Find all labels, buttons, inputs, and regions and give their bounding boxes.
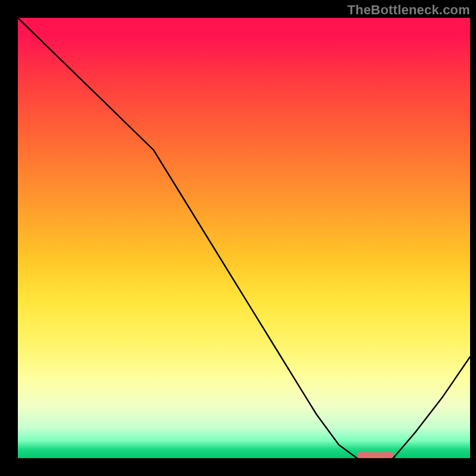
optimal-marker	[357, 452, 393, 458]
chart-container: TheBottleneck.com	[0, 0, 476, 476]
plot-area	[18, 18, 470, 458]
chart-svg	[18, 18, 470, 458]
watermark-label: TheBottleneck.com	[347, 2, 470, 18]
bottleneck-curve	[18, 18, 470, 458]
